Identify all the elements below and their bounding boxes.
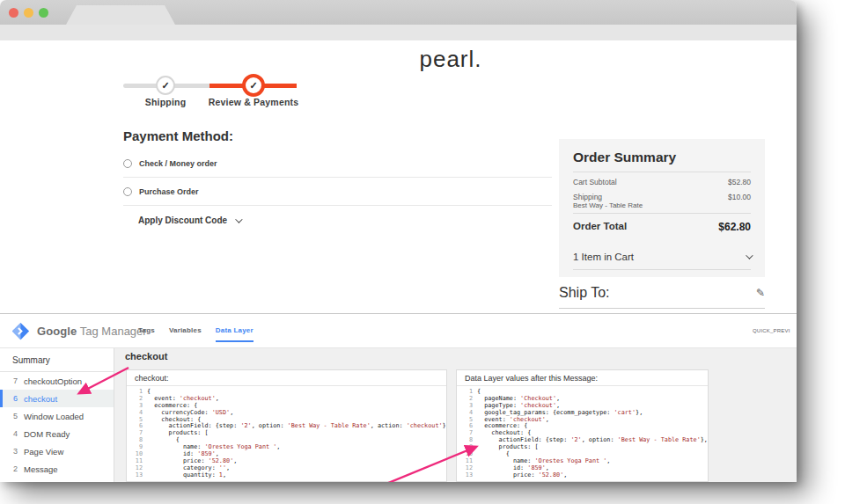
event-number: 2 — [7, 464, 18, 473]
event-label: Message — [24, 464, 58, 474]
close-window-button[interactable] — [9, 8, 18, 18]
event-label: checkoutOption — [24, 376, 82, 386]
radio-button-icon[interactable] — [123, 187, 132, 196]
divider — [123, 177, 552, 178]
code-line: 13 price: '52.80', — [457, 472, 708, 479]
event-number: 5 — [7, 412, 18, 420]
gtm-event-dom-ready[interactable]: 4DOM Ready — [0, 425, 114, 442]
gtm-event-checkoutoption[interactable]: 7checkoutOption — [0, 372, 114, 390]
event-number: 4 — [7, 429, 18, 438]
order-summary-card: Order Summary Cart Subtotal $52.80 Shipp… — [559, 139, 765, 277]
datalayer-code-panel: Data Layer values after this Message: 1{… — [456, 369, 709, 482]
step-label-shipping[interactable]: Shipping — [145, 97, 187, 107]
line-number: 13 — [127, 472, 143, 479]
radio-button-icon[interactable] — [123, 159, 132, 168]
sidebar-item-summary[interactable]: Summary — [0, 348, 114, 372]
order-summary-title: Order Summary — [573, 150, 676, 165]
chevron-down-icon — [235, 215, 242, 223]
gtm-tab-tags[interactable]: Tags — [138, 326, 155, 342]
gtm-brand: Google Tag Manager — [37, 325, 147, 338]
event-number: 7 — [7, 376, 18, 385]
event-label: Window Loaded — [24, 412, 84, 421]
event-number: 3 — [7, 447, 18, 456]
message-code-panel-title: checkout: — [127, 370, 446, 386]
chevron-down-icon — [746, 252, 753, 259]
message-code-panel: checkout: 1{2 event: 'checkout',3 ecomme… — [126, 369, 447, 482]
gtm-debug-panel: Google Tag Manager TagsVariablesData Lay… — [0, 313, 797, 482]
gtm-event-window-loaded[interactable]: 5Window Loaded — [0, 407, 114, 425]
step-review-check-icon: ✓ — [242, 74, 265, 97]
ship-to-section: Ship To: ✎ — [559, 285, 765, 301]
browser-window: pearl. ✓ ✓ Shipping Review & Payments Pa… — [0, 0, 797, 482]
divider — [123, 205, 552, 206]
payment-option-check-money-order[interactable]: Check / Money order — [123, 159, 217, 168]
zoom-window-button[interactable] — [39, 8, 48, 18]
shipping-method-sublabel: Best Way - Table Rate — [573, 201, 643, 209]
payment-option-label: Check / Money order — [139, 159, 217, 168]
datalayer-code-panel-title: Data Layer values after this Message: — [457, 370, 708, 386]
order-total-row: Order Total $62.80 — [573, 221, 751, 233]
gtm-brand-product: Tag Manager — [80, 325, 147, 338]
divider — [573, 269, 751, 270]
gtm-event-checkout[interactable]: 6checkout — [0, 390, 114, 407]
payment-option-purchase-order[interactable]: Purchase Order — [123, 187, 199, 196]
cart-subtotal-value: $52.80 — [728, 178, 751, 186]
step-label-review-payments[interactable]: Review & Payments — [209, 97, 299, 107]
event-label: checkout — [24, 394, 57, 404]
apply-discount-toggle[interactable]: Apply Discount Code — [138, 215, 240, 225]
gtm-event-page-view[interactable]: 3Page View — [0, 442, 114, 460]
items-in-cart-label: 1 Item in Cart — [573, 252, 634, 262]
browser-tab[interactable] — [66, 5, 175, 25]
store-logo: pearl. — [419, 46, 481, 73]
order-total-value: $62.80 — [718, 221, 751, 233]
items-in-cart-toggle[interactable]: 1 Item in Cart — [573, 252, 751, 262]
shipping-value: $10.00 — [728, 193, 751, 201]
gtm-logo-icon — [11, 322, 30, 340]
shipping-label: Shipping — [573, 193, 602, 201]
browser-titlebar — [0, 0, 797, 25]
message-code-body: 1{2 event: 'checkout',3 ecommerce: {4 cu… — [127, 386, 446, 479]
gtm-brand-google: Google — [37, 325, 77, 338]
payment-option-label: Purchase Order — [139, 187, 199, 196]
checkout-page: pearl. ✓ ✓ Shipping Review & Payments Pa… — [0, 40, 797, 313]
event-label: DOM Ready — [24, 429, 70, 439]
minimize-window-button[interactable] — [24, 8, 33, 18]
divider — [573, 172, 751, 172]
gtm-event-sidebar: Summary 7checkoutOption6checkout5Window … — [0, 348, 114, 482]
browser-toolbar — [0, 25, 797, 40]
gtm-tab-data-layer[interactable]: Data Layer — [216, 326, 254, 342]
step-shipping-check-icon: ✓ — [156, 76, 175, 95]
payment-method-heading: Payment Method: — [123, 128, 233, 143]
edit-pencil-icon[interactable]: ✎ — [756, 287, 765, 299]
gtm-tabs: TagsVariablesData Layer — [138, 326, 254, 342]
divider — [573, 213, 751, 214]
order-total-label: Order Total — [573, 221, 627, 233]
gtm-header: Google Tag Manager TagsVariablesData Lay… — [0, 314, 797, 348]
datalayer-code-body: 1{2 pageName: 'Checkout',3 pageType: 'ch… — [457, 386, 708, 479]
gtm-event-message[interactable]: 2Message — [0, 460, 114, 478]
line-number: 13 — [457, 472, 473, 479]
cart-subtotal-label: Cart Subtotal — [573, 178, 617, 186]
shipping-row: Shipping $10.00 — [573, 193, 751, 201]
gtm-tab-variables[interactable]: Variables — [169, 326, 202, 342]
event-label: Page View — [24, 447, 63, 457]
code-line: 13 quantity: 1, — [127, 472, 446, 479]
cart-subtotal-row: Cart Subtotal $52.80 — [573, 178, 751, 186]
event-number: 6 — [7, 394, 18, 403]
divider — [559, 308, 765, 309]
apply-discount-label: Apply Discount Code — [138, 215, 227, 225]
message-title: checkout — [125, 351, 167, 362]
quick-preview-label: QUICK_PREVI — [753, 328, 790, 333]
ship-to-heading: Ship To: — [559, 285, 610, 301]
